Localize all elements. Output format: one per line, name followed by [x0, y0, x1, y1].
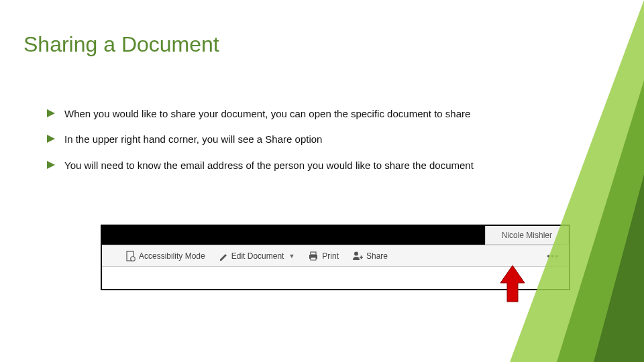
more-options-button[interactable]: •••	[541, 251, 565, 261]
document-toolbar: Accessibility Mode Edit Document ▼ Print	[102, 245, 569, 266]
pencil-icon	[219, 251, 228, 261]
svg-rect-10	[361, 255, 362, 259]
bullet-list: When you would like to share your docume…	[47, 107, 577, 184]
print-button[interactable]: Print	[303, 249, 344, 263]
bullet-text: In the upper right hand corner, you will…	[64, 133, 322, 146]
edit-document-button[interactable]: Edit Document ▼	[213, 249, 301, 263]
svg-marker-11	[500, 265, 525, 302]
svg-point-8	[354, 252, 358, 256]
list-item: You will need to know the email address …	[47, 159, 577, 172]
accessibility-mode-button[interactable]: Accessibility Mode	[121, 249, 211, 263]
button-label: Edit Document	[231, 251, 284, 261]
slide-title: Sharing a Document	[23, 32, 219, 57]
svg-marker-14	[594, 174, 644, 362]
bullet-text: You will need to know the email address …	[64, 159, 474, 172]
svg-marker-0	[47, 109, 55, 117]
share-button[interactable]: Share	[347, 249, 393, 263]
button-label: Print	[322, 251, 339, 261]
svg-point-4	[131, 256, 136, 261]
window-titlebar: Nicole Mishler	[102, 226, 569, 245]
callout-arrow-icon	[499, 265, 526, 304]
list-item: When you would like to share your docume…	[47, 107, 577, 121]
svg-rect-7	[311, 257, 316, 260]
user-name-label: Nicole Mishler	[485, 226, 569, 245]
chevron-down-icon: ▼	[288, 253, 294, 259]
button-label: Share	[366, 251, 388, 261]
bullet-arrow-icon	[47, 109, 55, 117]
printer-icon	[308, 251, 319, 261]
document-icon	[126, 251, 136, 261]
list-item: In the upper right hand corner, you will…	[47, 133, 577, 146]
share-person-icon	[352, 251, 363, 261]
svg-marker-2	[47, 161, 55, 169]
svg-rect-6	[311, 252, 316, 255]
button-label: Accessibility Mode	[139, 251, 205, 261]
bullet-arrow-icon	[47, 161, 55, 169]
svg-marker-1	[47, 135, 55, 143]
bullet-text: When you would like to share your docume…	[64, 107, 470, 121]
bullet-arrow-icon	[47, 135, 55, 143]
